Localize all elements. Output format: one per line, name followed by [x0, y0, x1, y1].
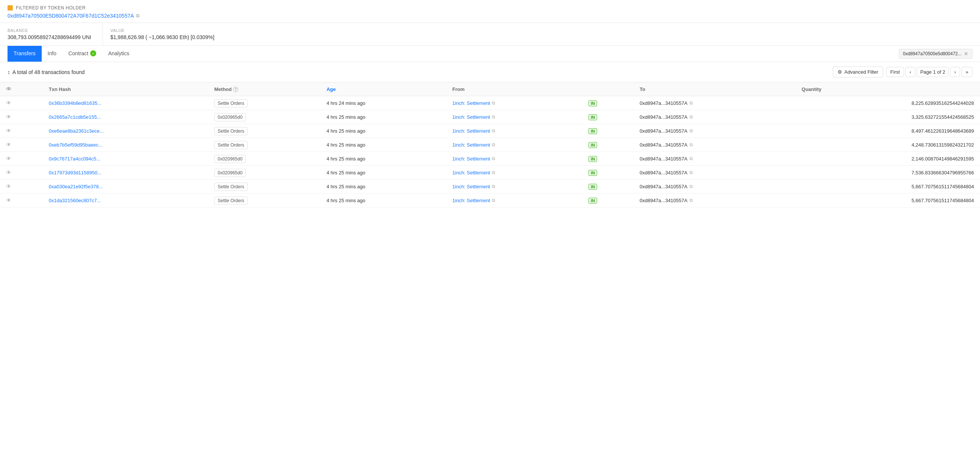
txn-hash-link[interactable]: 0xe6eae8ba2361c3ece... — [49, 128, 104, 134]
txn-hash-link[interactable]: 0x2665a7c1cdb5e155... — [49, 114, 101, 120]
row-eye-icon[interactable]: 👁 — [6, 197, 11, 203]
last-page-button[interactable]: » — [962, 67, 972, 77]
prev-page-button[interactable]: ‹ — [905, 67, 915, 77]
method-help-icon[interactable]: ? — [233, 87, 238, 92]
tab-transfers[interactable]: Transfers — [8, 46, 42, 62]
copy-from-icon[interactable]: ⧉ — [492, 184, 495, 189]
copy-to-icon[interactable]: ⧉ — [689, 128, 693, 134]
col-to: To — [633, 82, 795, 96]
row-hash-cell: 0xe6eae8ba2361c3ece... — [43, 124, 208, 138]
row-hash-cell: 0x2665a7c1cdb5e155... — [43, 110, 208, 124]
txn-count: ↕ A total of 48 transactions found — [8, 69, 84, 75]
table-row: 👁 0x36b3394b8ed81635... Settle Orders 4 … — [0, 96, 980, 110]
txn-hash-link[interactable]: 0x1da321560ec807c7... — [49, 198, 101, 203]
row-from-cell: 1inch: Settlement ⧉ — [446, 194, 582, 207]
row-hash-cell: 0xa030ea21e92f5e378... — [43, 180, 208, 194]
from-link[interactable]: 1inch: Settlement ⧉ — [452, 142, 495, 148]
row-quantity-cell: 2,146.008704149846291595 — [795, 152, 980, 166]
row-age-cell: 4 hrs 25 mins ago — [321, 138, 446, 152]
copy-to-icon[interactable]: ⧉ — [689, 198, 693, 203]
row-eye-icon[interactable]: 👁 — [6, 100, 11, 106]
row-eye-cell: 👁 — [0, 166, 43, 180]
copy-to-icon[interactable]: ⧉ — [689, 156, 693, 161]
row-direction-cell: IN — [582, 138, 633, 152]
row-to-cell: 0xd8947a...3410557A ⧉ — [633, 194, 795, 207]
address-tag: 0xd8947a70500e5d800472... ✕ — [899, 49, 972, 59]
close-tag-button[interactable]: ✕ — [964, 51, 968, 57]
txn-hash-link[interactable]: 0x9c76717a4cc094c5... — [49, 156, 100, 162]
token-holder-address[interactable]: 0xd8947a70500E5D800472A70F67d1C52e341055… — [8, 13, 972, 19]
direction-badge: IN — [589, 114, 597, 120]
row-eye-icon[interactable]: 👁 — [6, 156, 11, 162]
tab-info[interactable]: Info — [42, 46, 62, 62]
row-direction-cell: IN — [582, 96, 633, 110]
table-row: 👁 0xa030ea21e92f5e378... Settle Orders 4… — [0, 180, 980, 194]
row-method-cell: Settle Orders — [208, 194, 321, 207]
row-eye-cell: 👁 — [0, 180, 43, 194]
row-method-cell: 0x020965d0 — [208, 152, 321, 166]
row-hash-cell: 0x36b3394b8ed81635... — [43, 96, 208, 110]
row-eye-icon[interactable]: 👁 — [6, 142, 11, 148]
balance-label: BALANCE — [8, 28, 91, 33]
table-row: 👁 0x9c76717a4cc094c5... 0x020965d0 4 hrs… — [0, 152, 980, 166]
copy-from-icon[interactable]: ⧉ — [492, 100, 495, 106]
copy-from-icon[interactable]: ⧉ — [492, 128, 495, 134]
copy-from-icon[interactable]: ⧉ — [492, 114, 495, 119]
method-badge: 0x020965d0 — [214, 113, 246, 121]
from-link[interactable]: 1inch: Settlement ⧉ — [452, 100, 495, 106]
to-address: 0xd8947a...3410557A — [640, 128, 687, 134]
first-page-button[interactable]: First — [886, 67, 904, 77]
copy-from-icon[interactable]: ⧉ — [492, 142, 495, 147]
age-text: 4 hrs 25 mins ago — [326, 198, 365, 203]
to-address: 0xd8947a...3410557A — [640, 170, 687, 175]
tabs-left: Transfers Info Contract Analytics — [8, 46, 135, 62]
from-link[interactable]: 1inch: Settlement ⧉ — [452, 170, 495, 175]
page-info: Page 1 of 2 — [917, 67, 949, 77]
age-text: 4 hrs 25 mins ago — [326, 128, 365, 134]
method-badge: Settle Orders — [214, 183, 248, 191]
txn-hash-link[interactable]: 0xa030ea21e92f5e378... — [49, 184, 103, 189]
row-from-cell: 1inch: Settlement ⧉ — [446, 152, 582, 166]
tabs-row: Transfers Info Contract Analytics 0xd894… — [0, 46, 980, 62]
table-header-row: 👁 Txn Hash Method ? Age From To Quantity — [0, 82, 980, 96]
txn-hash-link[interactable]: 0x36b3394b8ed81635... — [49, 100, 102, 106]
copy-address-icon[interactable]: ⧉ — [136, 13, 139, 19]
copy-to-icon[interactable]: ⧉ — [689, 170, 693, 175]
row-method-cell: Settle Orders — [208, 138, 321, 152]
copy-to-icon[interactable]: ⧉ — [689, 142, 693, 147]
row-eye-icon[interactable]: 👁 — [6, 170, 11, 175]
quantity-value: 3,325.632721554424568525 — [912, 114, 974, 120]
copy-to-icon[interactable]: ⧉ — [689, 100, 693, 106]
row-age-cell: 4 hrs 25 mins ago — [321, 152, 446, 166]
copy-from-icon[interactable]: ⧉ — [492, 198, 495, 203]
row-eye-icon[interactable]: 👁 — [6, 128, 11, 134]
value-block: VALUE $1,988,626.98 ( ~1,066.9630 Eth) [… — [103, 23, 226, 46]
top-banner: FILTERED BY TOKEN HOLDER 0xd8947a70500E5… — [0, 0, 980, 23]
row-eye-icon[interactable]: 👁 — [6, 183, 11, 189]
tab-contract[interactable]: Contract — [62, 46, 102, 62]
row-age-cell: 4 hrs 25 mins ago — [321, 110, 446, 124]
advanced-filter-button[interactable]: ⚙ Advanced Filter — [833, 67, 883, 77]
copy-to-icon[interactable]: ⧉ — [689, 184, 693, 189]
next-page-button[interactable]: › — [950, 67, 960, 77]
row-hash-cell: 0x17973d93d1158950... — [43, 166, 208, 180]
direction-badge: IN — [589, 184, 597, 190]
from-link[interactable]: 1inch: Settlement ⧉ — [452, 128, 495, 134]
from-link[interactable]: 1inch: Settlement ⧉ — [452, 114, 495, 120]
row-to-cell: 0xd8947a...3410557A ⧉ — [633, 166, 795, 180]
row-eye-icon[interactable]: 👁 — [6, 114, 11, 120]
row-eye-cell: 👁 — [0, 96, 43, 110]
row-from-cell: 1inch: Settlement ⧉ — [446, 124, 582, 138]
tab-analytics[interactable]: Analytics — [102, 46, 135, 62]
copy-from-icon[interactable]: ⧉ — [492, 156, 495, 161]
copy-from-icon[interactable]: ⧉ — [492, 170, 495, 175]
row-age-cell: 4 hrs 25 mins ago — [321, 194, 446, 207]
sort-icon: ↕ — [8, 69, 10, 75]
txn-hash-link[interactable]: 0xeb7b5ef59d95baeec... — [49, 142, 103, 148]
from-link[interactable]: 1inch: Settlement ⧉ — [452, 184, 495, 189]
txn-hash-link[interactable]: 0x17973d93d1158950... — [49, 170, 102, 175]
row-method-cell: 0x020965d0 — [208, 110, 321, 124]
from-link[interactable]: 1inch: Settlement ⧉ — [452, 156, 495, 162]
copy-to-icon[interactable]: ⧉ — [689, 114, 693, 119]
from-link[interactable]: 1inch: Settlement ⧉ — [452, 198, 495, 203]
